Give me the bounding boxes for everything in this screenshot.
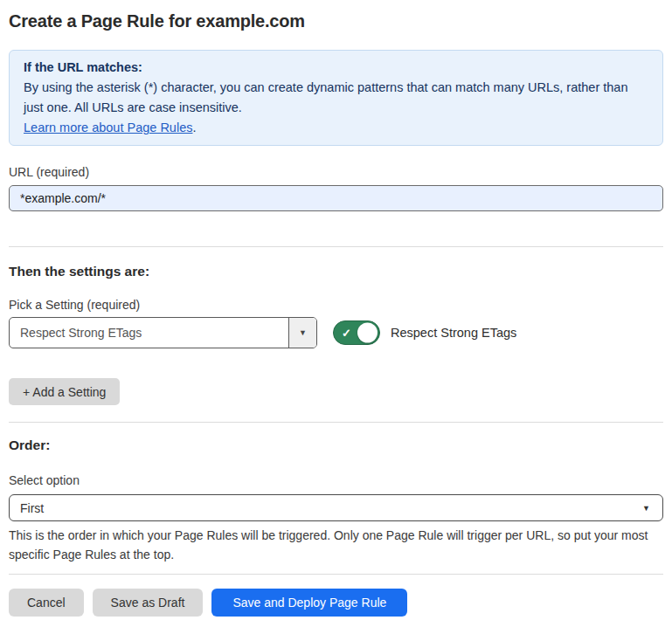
setting-toggle-label: Respect Strong ETags	[391, 326, 516, 340]
page-rule-form: Create a Page Rule for example.com If th…	[0, 10, 672, 617]
setting-select[interactable]: Respect Strong ETags ▼	[9, 317, 317, 348]
add-setting-button[interactable]: + Add a Setting	[9, 378, 120, 405]
setting-select-arrow-box[interactable]: ▼	[288, 318, 316, 348]
info-box-link-line: Learn more about Page Rules.	[24, 118, 648, 138]
toggle-knob	[357, 323, 378, 343]
settings-section-heading: Then the settings are:	[9, 264, 663, 279]
learn-more-link[interactable]: Learn more about Page Rules	[24, 121, 192, 134]
save-and-deploy-button[interactable]: Save and Deploy Page Rule	[211, 589, 407, 617]
setting-row: Respect Strong ETags ▼ ✓ Respect Strong …	[9, 317, 663, 348]
setting-picker-label: Pick a Setting (required)	[9, 298, 663, 312]
divider	[9, 574, 663, 575]
url-input[interactable]	[9, 185, 663, 211]
form-actions: Cancel Save as Draft Save and Deploy Pag…	[9, 589, 663, 617]
order-help-text: This is the order in which your Page Rul…	[9, 526, 663, 564]
order-section-heading: Order:	[9, 438, 663, 453]
url-match-info-box: If the URL matches: By using the asteris…	[9, 50, 663, 146]
setting-select-value: Respect Strong ETags	[10, 318, 288, 348]
divider	[9, 422, 663, 423]
divider	[9, 246, 663, 247]
chevron-down-icon: ▼	[299, 328, 307, 337]
url-field-label: URL (required)	[9, 165, 663, 179]
order-select-value: First	[20, 501, 642, 515]
page-title: Create a Page Rule for example.com	[9, 10, 663, 31]
link-period: .	[192, 121, 196, 134]
order-select[interactable]: First ▼	[9, 494, 663, 521]
save-as-draft-button[interactable]: Save as Draft	[93, 589, 204, 617]
cancel-button[interactable]: Cancel	[9, 589, 84, 617]
order-select-label: Select option	[9, 473, 663, 487]
info-box-heading: If the URL matches:	[24, 58, 648, 78]
check-icon: ✓	[342, 327, 351, 339]
setting-toggle[interactable]: ✓	[333, 320, 380, 345]
chevron-down-icon: ▼	[642, 504, 650, 513]
info-box-body: By using the asterisk (*) character, you…	[24, 78, 648, 118]
